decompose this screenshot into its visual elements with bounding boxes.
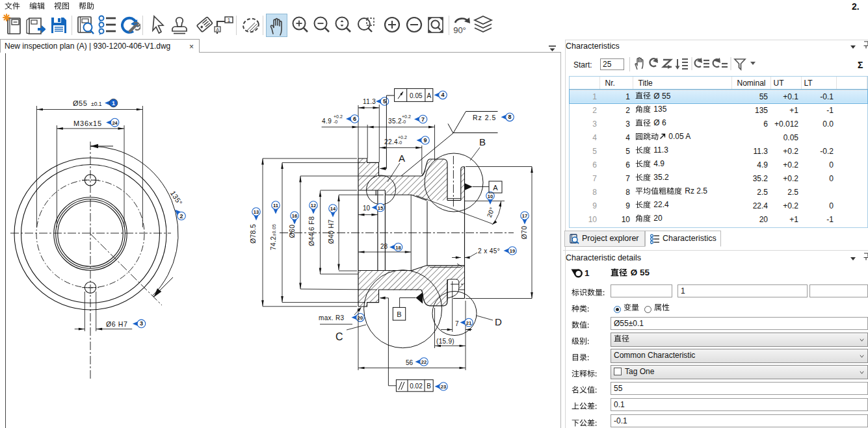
svg-text:C: C xyxy=(335,331,343,342)
svg-text:3: 3 xyxy=(140,320,143,327)
svg-text:A: A xyxy=(493,184,498,192)
svg-text:15: 15 xyxy=(378,205,383,211)
svg-text:20°: 20° xyxy=(486,206,496,218)
svg-text:0.05: 0.05 xyxy=(410,92,423,99)
svg-text:Ø70: Ø70 xyxy=(520,226,528,240)
svg-text:±0.1: ±0.1 xyxy=(91,101,102,107)
svg-text:B: B xyxy=(427,383,431,390)
svg-text:Ø78.5: Ø78.5 xyxy=(249,224,257,244)
svg-text:28: 28 xyxy=(380,243,388,250)
svg-text:2 x 45°: 2 x 45° xyxy=(478,247,500,255)
svg-text:18: 18 xyxy=(395,245,401,251)
svg-text:11.3: 11.3 xyxy=(363,98,376,105)
svg-text:90°: 90° xyxy=(453,25,466,35)
svg-text:9: 9 xyxy=(423,137,427,144)
svg-text:A: A xyxy=(399,153,405,164)
svg-text:A: A xyxy=(216,27,219,32)
svg-text:5: 5 xyxy=(383,98,386,105)
svg-text:24: 24 xyxy=(112,120,118,126)
svg-text:14: 14 xyxy=(330,206,336,212)
svg-text:Ø60: Ø60 xyxy=(288,225,296,238)
svg-text:13: 13 xyxy=(254,209,259,215)
svg-text:8: 8 xyxy=(508,114,511,120)
svg-text:0.02: 0.02 xyxy=(410,383,423,390)
svg-text:1: 1 xyxy=(112,100,115,107)
svg-text:135°: 135° xyxy=(169,190,184,207)
svg-text:6: 6 xyxy=(353,116,356,122)
svg-text:Ø44.6 F8: Ø44.6 F8 xyxy=(308,216,315,246)
svg-text:-0: -0 xyxy=(398,140,402,145)
svg-text:Ø40 H7: Ø40 H7 xyxy=(327,220,335,244)
svg-text:74.2±0.05: 74.2±0.05 xyxy=(269,224,277,251)
svg-text:4: 4 xyxy=(441,92,444,98)
svg-text:23: 23 xyxy=(441,384,446,390)
svg-text:+0.2: +0.2 xyxy=(334,114,343,119)
svg-text:B: B xyxy=(397,310,401,318)
svg-text:(15.9): (15.9) xyxy=(436,338,454,345)
svg-text:56: 56 xyxy=(406,359,414,366)
svg-text:Ø6 H7: Ø6 H7 xyxy=(106,320,127,328)
svg-text:35.2: 35.2 xyxy=(388,118,402,125)
svg-text:+0.2: +0.2 xyxy=(398,135,407,140)
svg-text:A: A xyxy=(427,92,431,99)
svg-text:Ø55: Ø55 xyxy=(73,99,87,107)
svg-text:1: 1 xyxy=(227,17,230,23)
svg-text:10: 10 xyxy=(488,194,493,199)
svg-text:21: 21 xyxy=(466,320,471,326)
svg-text:4.9: 4.9 xyxy=(322,118,332,125)
svg-text:Rz 2.5: Rz 2.5 xyxy=(473,114,496,121)
svg-text:+0.2: +0.2 xyxy=(402,114,411,119)
svg-text:-0: -0 xyxy=(402,120,406,124)
svg-text:max. R3: max. R3 xyxy=(319,314,344,321)
svg-text:2: 2 xyxy=(179,213,183,220)
svg-text:7: 7 xyxy=(455,320,459,327)
svg-text:-0: -0 xyxy=(334,120,337,124)
svg-text:10: 10 xyxy=(363,205,371,212)
svg-text:D: D xyxy=(495,316,502,327)
svg-text:12: 12 xyxy=(311,203,316,208)
svg-text:11: 11 xyxy=(273,203,278,208)
svg-text:22: 22 xyxy=(421,359,427,365)
svg-text:7: 7 xyxy=(421,116,425,123)
svg-text:17: 17 xyxy=(522,213,527,219)
svg-text:19: 19 xyxy=(510,248,515,254)
svg-text:M36x15: M36x15 xyxy=(73,120,102,127)
svg-text:16: 16 xyxy=(292,213,297,219)
svg-text:B: B xyxy=(479,136,486,147)
